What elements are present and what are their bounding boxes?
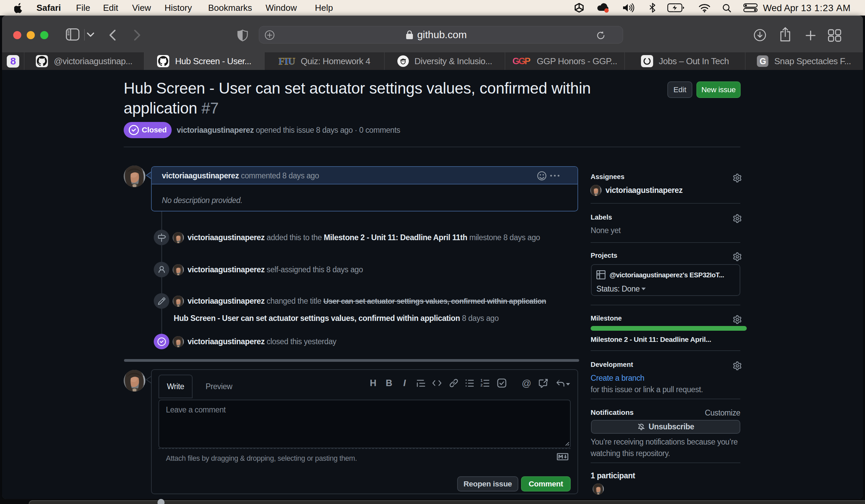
svg-text:2: 2 bbox=[481, 383, 483, 387]
svg-text:1: 1 bbox=[481, 378, 483, 383]
